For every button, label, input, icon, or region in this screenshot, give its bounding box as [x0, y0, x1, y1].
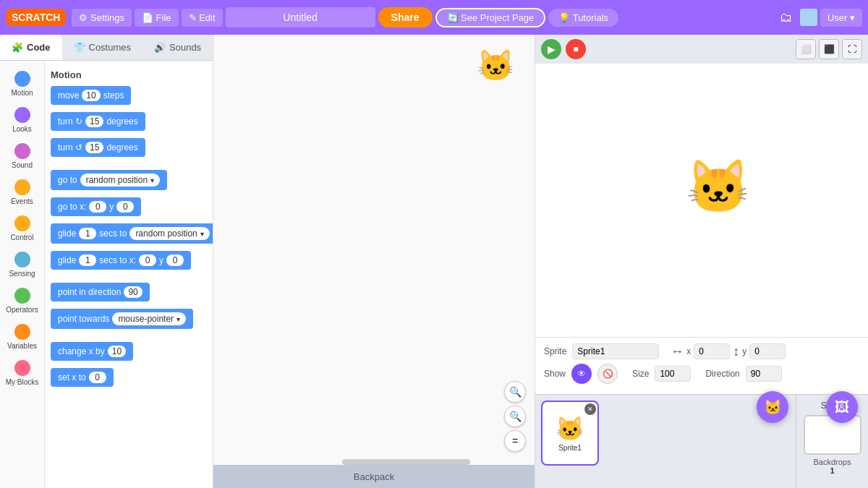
motion-dot — [14, 71, 30, 87]
sidebar-item-control[interactable]: Control — [2, 211, 43, 246]
direction-label: Direction — [705, 369, 739, 379]
x-input[interactable] — [694, 343, 730, 359]
sidebar-item-sound[interactable]: Sound — [2, 139, 43, 174]
add-sprite-button[interactable]: 🐱 — [757, 391, 788, 423]
backpack-label: Backpack — [354, 471, 394, 482]
left-panel: 🧩 Code 👕 Costumes 🔊 Sounds Motion — [0, 35, 213, 488]
edit-button[interactable]: ✎ Edit — [182, 9, 223, 27]
user-menu-button[interactable]: User ▾ — [820, 9, 862, 27]
backpack-bar[interactable]: Backpack — [213, 465, 535, 488]
block-goto-xy[interactable]: go to x: 0 y 0 — [51, 197, 141, 216]
sprite-label: Sprite — [544, 346, 566, 356]
category-sidebar: Motion Looks Sound Events Control — [0, 61, 45, 488]
variables-dot — [14, 324, 30, 340]
sprite-card-image: 🐱 — [556, 415, 584, 442]
backdrops-count: 1 — [830, 466, 834, 475]
block-set-x[interactable]: set x to 0 — [51, 368, 114, 387]
main-layout: 🧩 Code 👕 Costumes 🔊 Sounds Motion — [0, 35, 868, 488]
sprite-name-input[interactable] — [572, 343, 659, 359]
sprite-info-row-1: Sprite ↔ x ↕ y — [544, 343, 859, 359]
code-area: Motion Looks Sound Events Control — [0, 61, 213, 488]
size-input[interactable] — [655, 366, 691, 382]
script-scrollbar[interactable] — [342, 459, 471, 465]
blocks-panel: Motion move 10 steps turn ↻ 15 degrees — [45, 61, 213, 488]
hide-button[interactable]: 🚫 — [597, 364, 618, 384]
y-input[interactable] — [749, 343, 786, 359]
costume-icon: 👕 — [74, 42, 85, 53]
scratch-logo[interactable]: SCRATCH — [6, 9, 66, 26]
tab-costumes[interactable]: 👕 Costumes — [62, 35, 143, 60]
block-point-towards[interactable]: point towards mouse-pointer — [51, 309, 193, 329]
sound-dot — [14, 143, 30, 159]
stage-canvas: 🐱 — [535, 64, 868, 337]
block-turn-ccw[interactable]: turn ↺ 15 degrees — [51, 138, 145, 157]
block-change-x[interactable]: change x by 10 — [51, 342, 133, 361]
sidebar-item-variables[interactable]: Variables — [2, 320, 43, 354]
stage-view-small[interactable]: ⬜ — [796, 39, 816, 59]
tab-sounds[interactable]: 🔊 Sounds — [142, 35, 213, 60]
sidebar-item-motion[interactable]: Motion — [2, 67, 43, 101]
backdrops-label: Backdrops — [814, 458, 851, 466]
stage-controls: ▶ ■ ⬜ ⬛ ⛶ — [535, 35, 868, 64]
zoom-fit-icon: = — [512, 435, 518, 447]
topbar: SCRATCH ⚙ Settings 📄 File ✎ Edit Share 🔄… — [0, 0, 868, 35]
green-flag-button[interactable]: ▶ — [541, 39, 561, 59]
folder-icon[interactable]: 🗂 — [775, 7, 797, 28]
show-label: Show — [544, 369, 566, 379]
stage-thumbnail[interactable] — [804, 415, 861, 455]
block-turn-cw[interactable]: turn ↻ 15 degrees — [51, 112, 145, 131]
sprite-info-panel: Sprite ↔ x ↕ y Show 👁 🚫 Size Direction — [535, 337, 868, 394]
looks-dot — [14, 107, 30, 123]
sound-icon: 🔊 — [154, 42, 166, 53]
show-button[interactable]: 👁 — [571, 364, 592, 384]
sidebar-item-operators[interactable]: Operators — [2, 283, 43, 318]
myblocks-dot — [14, 360, 30, 376]
sprite-stage-panel: ✕ 🐱 Sprite1 🐱 Stage Backdrops 1 🖼 — [535, 394, 868, 488]
zoom-fit-button[interactable]: = — [504, 430, 526, 452]
sprite-card-name: Sprite1 — [558, 444, 582, 452]
operators-dot — [14, 288, 30, 304]
events-dot — [14, 179, 30, 195]
zoom-out-icon: 🔍 — [509, 411, 522, 422]
block-move[interactable]: move 10 steps — [51, 86, 131, 105]
stage-view-fullscreen[interactable]: ⛶ — [842, 39, 862, 59]
block-glide-to[interactable]: glide 1 secs to random position — [51, 223, 213, 244]
block-goto[interactable]: go to random position — [51, 170, 167, 190]
block-point-direction[interactable]: point in direction 90 — [51, 283, 150, 301]
project-title-input[interactable] — [226, 7, 375, 27]
size-label: Size — [632, 369, 649, 379]
script-area[interactable]: 🐱 🔍 🔍 = Backpack — [213, 35, 535, 488]
see-project-button[interactable]: 🔄 See Project Page — [435, 8, 546, 27]
x-label: x — [686, 346, 691, 356]
control-dot — [14, 215, 30, 231]
block-glide-xy[interactable]: glide 1 secs to x: 0 y 0 — [51, 251, 191, 270]
stop-button[interactable]: ■ — [566, 39, 586, 59]
add-backdrop-button[interactable]: 🖼 — [826, 391, 858, 423]
sidebar-item-myblocks[interactable]: My Blocks — [2, 356, 43, 390]
settings-button[interactable]: ⚙ Settings — [72, 9, 132, 27]
script-area-sprite: 🐱 — [477, 48, 514, 83]
tab-code[interactable]: 🧩 Code — [0, 35, 62, 60]
stage-view-medium[interactable]: ⬛ — [819, 39, 839, 59]
zoom-in-button[interactable]: 🔍 — [504, 381, 526, 403]
y-label: y — [742, 346, 746, 356]
avatar — [800, 9, 817, 26]
zoom-out-button[interactable]: 🔍 — [504, 406, 526, 427]
zoom-in-icon: 🔍 — [509, 386, 522, 398]
sidebar-item-sensing[interactable]: Sensing — [2, 247, 43, 282]
sprite-card-sprite1[interactable]: ✕ 🐱 Sprite1 — [541, 401, 599, 466]
code-icon: 🧩 — [12, 42, 23, 53]
updown-icon: ↕ — [733, 344, 739, 359]
file-button[interactable]: 📄 File — [135, 9, 179, 27]
right-panel: ▶ ■ ⬜ ⬛ ⛶ 🐱 Sprite ↔ x — [535, 35, 868, 488]
stage-view-buttons: ⬜ ⬛ ⛶ — [796, 39, 862, 59]
sprite-info-row-2: Show 👁 🚫 Size Direction — [544, 364, 859, 384]
sidebar-item-events[interactable]: Events — [2, 175, 43, 210]
blocks-title: Motion — [51, 69, 207, 80]
share-button[interactable]: Share — [378, 7, 433, 27]
sidebar-item-looks[interactable]: Looks — [2, 103, 43, 137]
tabs-bar: 🧩 Code 👕 Costumes 🔊 Sounds — [0, 35, 213, 61]
tutorials-button[interactable]: 💡 Tutorials — [548, 9, 618, 27]
sprite-delete-button[interactable]: ✕ — [584, 403, 596, 415]
direction-input[interactable] — [746, 366, 782, 382]
